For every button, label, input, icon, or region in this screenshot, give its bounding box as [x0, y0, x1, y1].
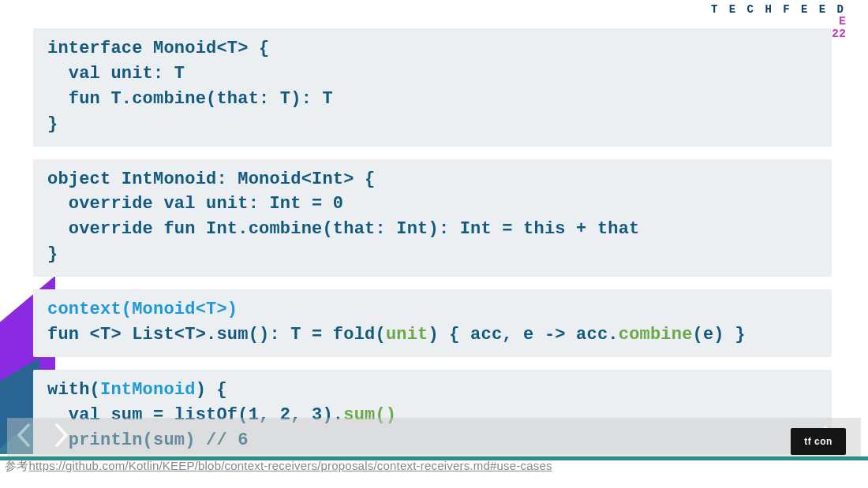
- code-column: interface Monoid<T> { val unit: T fun T.…: [33, 28, 832, 454]
- code-text: with(: [47, 380, 100, 400]
- code-text: ) { acc, e -> acc.: [428, 325, 618, 345]
- code-block-object: object IntMonoid: Monoid<Int> { override…: [33, 159, 832, 278]
- combine-ref: combine: [619, 325, 693, 345]
- logo-text: tf con: [804, 436, 832, 447]
- code-text: ) {: [196, 380, 227, 400]
- code-text: (e) }: [693, 325, 746, 345]
- code-text: fun <T> List<T>.sum(): T = fold(: [47, 325, 386, 345]
- conference-logo: tf con: [791, 428, 846, 455]
- context-keyword: context(Monoid<T>): [47, 300, 238, 319]
- prev-slide-button[interactable]: [14, 422, 35, 452]
- watermark-line-2: E: [711, 16, 846, 28]
- code-block-context-fun: context(Monoid<T>) fun <T> List<T>.sum()…: [33, 289, 832, 357]
- reference-url: https://github.com/Kotlin/KEEP/blob/cont…: [28, 459, 552, 472]
- intmonoid-ref: IntMonoid: [100, 380, 196, 400]
- next-slide-button[interactable]: [51, 422, 71, 452]
- slide-nav: [14, 422, 71, 452]
- reference-prefix: 参考: [5, 459, 28, 474]
- presentation-stage: T E C H F E E D E 22 interface Monoid<T>…: [0, 0, 868, 488]
- code-block-interface: interface Monoid<T> { val unit: T fun T.…: [33, 28, 832, 147]
- slide: T E C H F E E D E 22 interface Monoid<T>…: [0, 0, 868, 454]
- footer: 参考 https://github.com/Kotlin/KEEP/blob/c…: [0, 456, 868, 488]
- unit-ref: unit: [386, 325, 428, 345]
- slide-overlay: [7, 418, 861, 457]
- reference-link[interactable]: 参考 https://github.com/Kotlin/KEEP/blob/c…: [5, 459, 552, 474]
- watermark-line-1: T E C H F E E D: [711, 3, 846, 16]
